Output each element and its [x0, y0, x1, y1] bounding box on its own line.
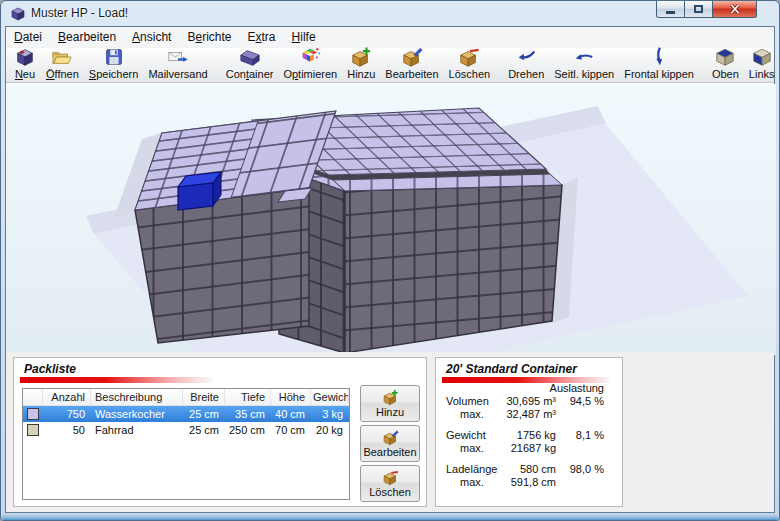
box-add-icon: [349, 46, 373, 68]
stat-percent: 8,1 %: [556, 429, 604, 442]
column-header-gewicht[interactable]: Gewicht: [311, 389, 349, 405]
toolbar-button-drehen[interactable]: Drehen: [503, 49, 549, 81]
toolbar-button-bearbeiten[interactable]: Bearbeiten: [380, 49, 443, 81]
menu-hilfe[interactable]: Hilfe: [284, 27, 324, 47]
packliste-title: Packliste: [24, 362, 76, 376]
toolbar-label: Seitl. kippen: [554, 68, 614, 80]
menu-ansicht[interactable]: Ansicht: [124, 27, 179, 47]
stat-label: max.: [446, 442, 498, 455]
stat-label: Ladelänge: [446, 463, 498, 476]
minimize-button[interactable]: [656, 1, 685, 18]
tilt-front-arrow-icon: [647, 46, 671, 68]
color-swatch: [27, 424, 39, 436]
toolbar-label: Neu: [15, 68, 35, 80]
loeschen-button-label: Löschen: [369, 486, 411, 498]
toolbar-button-speichern[interactable]: Speichern: [84, 49, 144, 81]
toolbar-button-container[interactable]: Container: [221, 49, 279, 81]
toolbar-label: Speichern: [89, 68, 139, 80]
container-icon: [238, 46, 262, 68]
stat-percent: 94,5 %: [556, 395, 604, 408]
column-header-breite[interactable]: Breite: [183, 389, 225, 405]
maximize-button[interactable]: [685, 1, 712, 18]
cell-gewicht: 20 kg: [311, 424, 349, 436]
column-header-tiefe[interactable]: Tiefe: [225, 389, 271, 405]
selected-box-front: [178, 183, 213, 210]
toolbar-button-links[interactable]: Links: [744, 49, 780, 81]
box-edit-icon: [381, 429, 400, 446]
toolbar-button-frontal-kippen[interactable]: Frontal kippen: [619, 49, 699, 81]
toolbar-label: Drehen: [508, 68, 544, 80]
window-title: Muster HP - Load!: [31, 6, 128, 20]
box-edit-icon: [400, 46, 424, 68]
toolbar-button-mailversand[interactable]: Mailversand: [143, 49, 212, 81]
new-box-icon: [14, 46, 36, 68]
column-header-beschreibung[interactable]: Beschreibung: [91, 389, 183, 405]
close-button[interactable]: [712, 1, 757, 18]
stat-percent: 98,0 %: [556, 463, 604, 476]
color-swatch: [27, 408, 39, 420]
stat-percent: [556, 442, 604, 455]
cell-beschreibung: Wasserkocher: [91, 408, 183, 420]
cell-anzahl: 50: [43, 424, 91, 436]
view-top-cube-icon: [714, 46, 736, 68]
open-folder-icon: [51, 46, 73, 68]
packliste-table[interactable]: Anzahl Beschreibung Breite Tiefe Höhe Ge…: [22, 388, 350, 500]
window-controls: [656, 1, 757, 18]
toolbar-button-oben[interactable]: Oben: [707, 49, 744, 81]
toolbar-button-loeschen[interactable]: Löschen: [444, 49, 496, 81]
table-row-wasserkocher[interactable]: 750 Wasserkocher 25 cm 35 cm 40 cm 3 kg: [23, 406, 349, 422]
stat-label: max.: [446, 408, 498, 421]
stat-value: 30,695 m³: [498, 395, 556, 408]
cell-hoehe: 70 cm: [271, 424, 311, 436]
stat-label: Gewicht: [446, 429, 498, 442]
left-stack-front-face: [135, 188, 309, 343]
menu-berichte[interactable]: Berichte: [179, 27, 239, 47]
minimize-icon: [666, 11, 675, 14]
toolbar-label: Bearbeiten: [385, 68, 438, 80]
toolbar-label: Hinzu: [347, 68, 375, 80]
window-frame-bottom: [2, 514, 778, 520]
column-header-color[interactable]: [23, 389, 43, 405]
toolbar-label: Löschen: [449, 68, 491, 80]
selected-box-highlight[interactable]: [178, 172, 221, 210]
save-floppy-icon: [103, 46, 125, 68]
hinzu-button[interactable]: Hinzu: [360, 385, 420, 422]
container-info-title: 20' Standard Container: [446, 362, 577, 376]
packliste-accent-bar: [20, 377, 212, 383]
row-color-cell: [23, 408, 43, 420]
3d-view-canvas[interactable]: [6, 84, 776, 355]
toolbar-button-oeffnen[interactable]: Öffnen: [41, 49, 84, 81]
toolbar-label: Optimieren: [283, 68, 337, 80]
stat-row-ladelaenge-max: max. 591,8 cm: [446, 476, 604, 489]
bearbeiten-button[interactable]: Bearbeiten: [360, 425, 420, 462]
stat-row-gewicht-max: max. 21687 kg: [446, 442, 604, 455]
client-area: Datei Bearbeiten Ansicht Berichte Extra …: [5, 26, 775, 513]
cell-beschreibung: Fahrrad: [91, 424, 183, 436]
mail-send-icon: [166, 46, 190, 68]
box-delete-icon: [381, 469, 400, 486]
table-row-fahrrad[interactable]: 50 Fahrrad 25 cm 250 cm 70 cm 20 kg: [23, 422, 349, 438]
menu-bearbeiten[interactable]: Bearbeiten: [50, 27, 124, 47]
stat-row-gewicht: Gewicht 1756 kg 8,1 %: [446, 429, 604, 442]
app-window: Muster HP - Load! Datei Bearbeiten Ansic…: [0, 0, 780, 521]
toolbar-button-neu[interactable]: Neu: [9, 49, 41, 81]
rotate-arrow-icon: [514, 46, 538, 68]
title-bar[interactable]: Muster HP - Load!: [1, 1, 779, 26]
box-delete-icon: [457, 46, 481, 68]
toolbar-button-seitl-kippen[interactable]: Seitl. kippen: [549, 49, 619, 81]
stat-percent: [556, 408, 604, 421]
cell-breite: 25 cm: [183, 424, 225, 436]
menu-extra[interactable]: Extra: [240, 27, 284, 47]
menu-datei[interactable]: Datei: [6, 27, 50, 47]
loeschen-button[interactable]: Löschen: [360, 465, 420, 502]
column-header-anzahl[interactable]: Anzahl: [43, 389, 91, 405]
toolbar-button-optimieren[interactable]: Optimieren: [278, 49, 342, 81]
packliste-table-header: Anzahl Beschreibung Breite Tiefe Höhe Ge…: [23, 389, 349, 406]
toolbar-label: Links: [749, 68, 775, 80]
column-header-hoehe[interactable]: Höhe: [271, 389, 311, 405]
toolbar: Neu Öffnen: [6, 47, 774, 83]
stat-value: 580 cm: [498, 463, 556, 476]
toolbar-button-hinzu[interactable]: Hinzu: [342, 49, 380, 81]
left-cargo-stack[interactable]: [135, 111, 336, 343]
cell-tiefe: 250 cm: [225, 424, 271, 436]
